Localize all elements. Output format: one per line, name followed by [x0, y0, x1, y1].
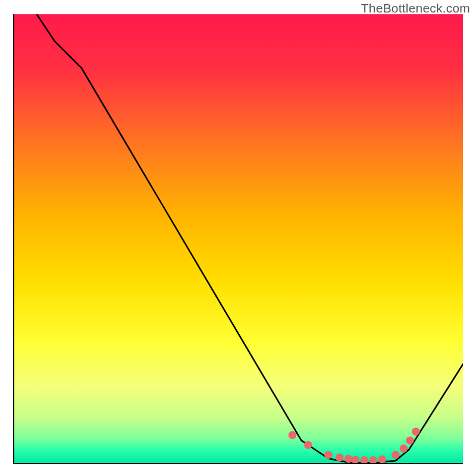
- highlight-dot: [324, 451, 333, 459]
- highlight-dot: [406, 437, 414, 445]
- highlight-dot: [378, 455, 386, 463]
- highlight-dot: [412, 427, 420, 436]
- highlight-dot: [289, 431, 297, 439]
- bottleneck-curve: [37, 14, 463, 463]
- highlight-dot: [304, 441, 312, 449]
- highlight-dot: [351, 456, 359, 463]
- chart-area: [13, 14, 463, 464]
- highlight-dot: [400, 444, 408, 453]
- brand-watermark: TheBottleneck.com: [361, 1, 470, 15]
- highlight-dot: [369, 456, 377, 463]
- highlight-dot: [360, 456, 368, 463]
- chart-curve-layer: [14, 14, 463, 463]
- highlight-dot: [336, 453, 344, 462]
- highlight-dot: [392, 451, 400, 459]
